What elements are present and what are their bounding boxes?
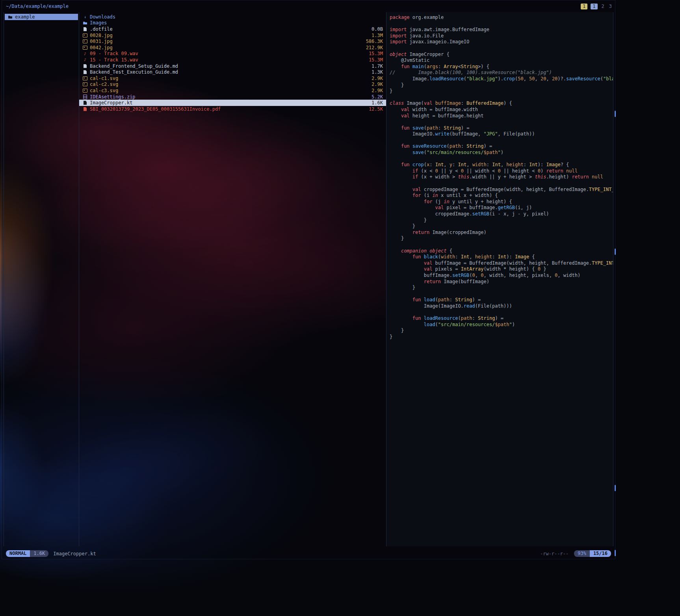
file-permissions: -rw-r--r-- <box>540 551 569 557</box>
file-row[interactable]: Images <box>79 20 386 26</box>
image-icon <box>82 76 88 81</box>
file-name: Downloads <box>90 14 380 20</box>
code-line: val buffImage = BufferedImage(width, hei… <box>390 260 613 267</box>
window-edge-accent <box>615 485 616 491</box>
file-name: .dotfile <box>90 26 368 32</box>
code-line: fun save(path: String) = <box>390 125 613 132</box>
status-bar-left: NORMAL 1.6K ImageCropper.kt <box>6 550 96 557</box>
file-name: IDEAsettings.zip <box>90 94 368 100</box>
code-line: val pixels = IntArray(width * height) { … <box>390 266 613 273</box>
image-icon <box>82 88 88 93</box>
dir-name: example <box>15 14 35 20</box>
file-name: 15 - Track 15.wav <box>90 57 366 63</box>
file-name: 0031.jpg <box>90 39 363 44</box>
tab-4[interactable]: 3 <box>608 4 613 9</box>
file-size: 2.9K <box>372 88 383 93</box>
status-bar-right: -rw-r--r-- 93% 15/16 <box>540 550 611 557</box>
download-icon: ↓ <box>82 15 88 19</box>
file-row[interactable]: .dotfile0.0B <box>79 26 386 32</box>
code-line: object ImageCropper { <box>390 52 613 58</box>
file-size: 5.2K <box>372 94 383 100</box>
markdown-icon <box>82 64 88 69</box>
audio-icon: ♪ <box>82 51 88 56</box>
file-row[interactable]: Backend_Test_Execution_Guide.md1.3K <box>79 69 386 75</box>
file-row[interactable]: ♪15 - Track 15.wav15.3M <box>79 57 386 63</box>
file-size: 212.9K <box>366 45 383 50</box>
file-row[interactable]: ↓Downloads <box>79 14 386 20</box>
file-name: cal-c3.svg <box>90 88 368 93</box>
file-row[interactable]: 0042.jpg212.9K <box>79 45 386 51</box>
file-row[interactable]: IDEAsettings.zip5.2K <box>79 94 386 100</box>
audio-icon: ♪ <box>82 58 88 62</box>
code-line: class Image(val buffImage: BufferedImage… <box>390 100 613 107</box>
window-edge-accent <box>615 111 616 117</box>
header-bar: ~/Data/example/example 1123 <box>6 2 613 10</box>
code-line <box>390 137 613 144</box>
cursor-position-badge: 15/16 <box>590 550 611 557</box>
status-bar: NORMAL 1.6K ImageCropper.kt -rw-r--r-- 9… <box>6 550 611 557</box>
file-size: 0.0B <box>372 26 383 32</box>
code-line: } <box>390 223 613 230</box>
file-row[interactable]: ♪09 - Track 09.wav15.3M <box>79 51 386 57</box>
code-line: buffImage.setRGB(0, 0, width, height, pi… <box>390 273 613 279</box>
code-line: } <box>390 82 613 89</box>
breadcrumb-path[interactable]: ~/Data/example/example <box>6 4 69 9</box>
code-line: return Image(croppedImage) <box>390 230 613 236</box>
terminal-window: ~/Data/example/example 1123 example ↓Dow… <box>2 0 615 559</box>
window-edge-accent <box>615 249 616 255</box>
file-row[interactable]: SBI_0032013739_2023_DE05_0003155631Invoi… <box>79 106 386 112</box>
parent-directory-pane: example <box>4 12 79 546</box>
file-name: Images <box>90 20 380 26</box>
file-row[interactable]: ImageCropper.kt1.6K <box>79 100 386 106</box>
file-name: SBI_0032013739_2023_DE05_0003155631Invoi… <box>90 106 366 112</box>
file-name: Backend_Test_Execution_Guide.md <box>90 69 368 75</box>
status-filename: ImageCropper.kt <box>53 551 96 557</box>
code-line <box>390 310 613 316</box>
code-line: if (x < 0 || y < 0 || width < 0 || heigh… <box>390 168 613 174</box>
preview-pane[interactable]: package org.example import java.awt.imag… <box>386 12 613 546</box>
screen: ~/Data/example/example 1123 example ↓Dow… <box>0 0 680 616</box>
code-line: } <box>390 334 613 340</box>
tab-1[interactable]: 1 <box>581 4 587 9</box>
file-name: 0028.jpg <box>90 33 368 38</box>
file-name: cal-c1.svg <box>90 76 368 81</box>
image-icon <box>82 82 88 87</box>
file-row[interactable]: 0028.jpg1.3M <box>79 32 386 39</box>
file-row[interactable]: cal-c2.svg2.9K <box>79 82 386 88</box>
code-line: import javax.imageio.ImageIO <box>390 39 613 45</box>
file-row[interactable]: 0031.jpg586.3K <box>79 38 386 45</box>
scroll-percent-badge: 93% <box>574 550 590 557</box>
file-name: ImageCropper.kt <box>90 100 368 106</box>
image-icon <box>82 33 88 38</box>
file-size-badge: 1.6K <box>30 550 48 557</box>
code-line: Image(ImageIO.read(File(path))) <box>390 303 613 310</box>
file-row[interactable]: cal-c1.svg2.9K <box>79 75 386 82</box>
code-line: import java.awt.image.BufferedImage <box>390 27 613 33</box>
file-row[interactable]: cal-c3.svg2.9K <box>79 87 386 94</box>
folder-icon <box>7 15 13 19</box>
kotlin-file-icon <box>82 100 88 105</box>
code-line: } <box>390 328 613 334</box>
mode-indicator: NORMAL <box>6 550 30 557</box>
tab-3[interactable]: 2 <box>601 4 605 9</box>
code-line: } <box>390 217 613 224</box>
file-row[interactable]: Backend_Frontend_Setup_Guide.md1.7K <box>79 63 386 69</box>
file-list-pane: ↓DownloadsImages.dotfile0.0B0028.jpg1.3M… <box>79 12 386 546</box>
file-size: 586.3K <box>366 39 383 44</box>
code-line <box>390 95 613 101</box>
image-icon <box>82 45 88 50</box>
code-line: fun saveResource(path: String) = <box>390 143 613 150</box>
code-line: Image.loadResource("black.jpg").crop(50,… <box>390 76 613 82</box>
code-line: package org.example <box>390 15 613 21</box>
file-name: cal-c2.svg <box>90 82 368 87</box>
file-icon <box>82 27 88 32</box>
code-line: ImageIO.write(buffImage, "JPG", File(pat… <box>390 131 613 137</box>
file-size: 1.7K <box>372 63 383 69</box>
file-size: 15.3M <box>369 57 383 63</box>
tab-2[interactable]: 1 <box>591 4 597 9</box>
code-line: for (j in y until y + height) { <box>390 199 613 205</box>
code-line: croppedImage.setRGB(i - x, j - y, pixel) <box>390 211 613 217</box>
file-size: 15.3M <box>369 51 383 56</box>
parent-dir-item[interactable]: example <box>5 14 78 20</box>
code-line <box>390 242 613 248</box>
